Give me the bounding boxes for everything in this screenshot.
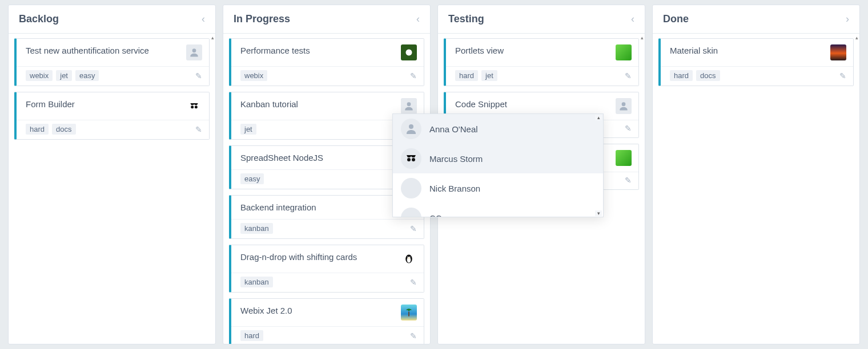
card-title: Backend integration bbox=[240, 201, 417, 213]
user-list[interactable]: Anna O'Neal Marcus Storm Nick Branson CC bbox=[393, 114, 603, 217]
column-title: Backlog bbox=[19, 13, 59, 25]
avatar-icon[interactable] bbox=[186, 98, 202, 114]
svg-point-2 bbox=[195, 105, 198, 108]
edit-icon[interactable]: ✎ bbox=[195, 125, 202, 134]
svg-point-11 bbox=[407, 158, 411, 161]
tag[interactable]: hard bbox=[26, 124, 49, 135]
avatar-icon[interactable] bbox=[616, 44, 632, 60]
tag-list: hard docs bbox=[26, 124, 76, 135]
card-title: Kanban tutorial bbox=[240, 98, 401, 110]
card[interactable]: Portlets view hard jet ✎ bbox=[444, 38, 639, 86]
edit-icon[interactable]: ✎ bbox=[410, 71, 417, 80]
tag[interactable]: hard bbox=[670, 70, 693, 81]
card[interactable]: Performance tests webix ✎ bbox=[229, 38, 424, 86]
edit-icon[interactable]: ✎ bbox=[625, 124, 632, 133]
card-title: Test new authentification service bbox=[26, 44, 186, 56]
tag[interactable]: webix bbox=[26, 70, 53, 81]
svg-point-10 bbox=[409, 124, 413, 129]
column-header[interactable]: Testing ‹ bbox=[438, 5, 645, 34]
svg-point-1 bbox=[191, 105, 194, 108]
edit-icon[interactable]: ✎ bbox=[410, 278, 417, 287]
card[interactable]: Material skin hard docs ✎ bbox=[658, 38, 854, 86]
user-option[interactable]: CC bbox=[393, 203, 603, 217]
tag[interactable]: hard bbox=[455, 70, 478, 81]
svg-point-0 bbox=[192, 48, 196, 52]
column-header[interactable]: Backlog ‹ bbox=[9, 5, 215, 34]
edit-icon[interactable]: ✎ bbox=[625, 71, 632, 80]
card-title: Drag-n-drop with shifting cards bbox=[240, 251, 401, 263]
user-option[interactable]: Marcus Storm bbox=[393, 144, 603, 173]
edit-icon[interactable]: ✎ bbox=[195, 71, 202, 80]
svg-point-3 bbox=[407, 102, 411, 106]
tag[interactable]: kanban bbox=[240, 223, 273, 234]
chevron-right-icon[interactable]: › bbox=[846, 13, 849, 25]
avatar-icon[interactable] bbox=[186, 44, 202, 60]
svg-point-9 bbox=[622, 102, 626, 106]
user-select-popup[interactable]: ▴ Anna O'Neal Marcus Storm Nick Brans bbox=[392, 113, 604, 217]
scroll-up-icon[interactable]: ▴ bbox=[595, 115, 602, 120]
column-header[interactable]: Done › bbox=[653, 5, 859, 34]
avatar-icon[interactable] bbox=[401, 98, 417, 114]
user-name: CC bbox=[429, 213, 442, 217]
column-testing: Testing ‹ ▴ Portlets view hard jet ✎ bbox=[437, 5, 645, 344]
svg-point-5 bbox=[407, 257, 411, 263]
tag[interactable]: docs bbox=[52, 124, 75, 135]
chevron-left-icon[interactable]: ‹ bbox=[416, 13, 420, 25]
avatar-icon bbox=[401, 119, 421, 139]
card[interactable]: Webix Jet 2.0 hard ✎ bbox=[229, 298, 424, 344]
column-backlog: Backlog ‹ ▴ Test new authentification se… bbox=[8, 5, 216, 344]
scroll-up-icon[interactable]: ▴ bbox=[211, 35, 214, 40]
tag[interactable]: jet bbox=[481, 70, 497, 81]
column-body[interactable]: ▴ Test new authentification service webi… bbox=[9, 34, 215, 344]
svg-point-12 bbox=[412, 158, 415, 161]
card-title: SpreadSheet NodeJS bbox=[240, 152, 417, 164]
card[interactable]: Drag-n-drop with shifting cards kanban ✎ bbox=[229, 245, 424, 293]
avatar-icon bbox=[401, 208, 421, 217]
column-body[interactable]: ▴ Material skin hard docs ✎ bbox=[653, 34, 859, 344]
card[interactable]: Test new authentification service webix … bbox=[14, 38, 210, 86]
user-option[interactable]: Anna O'Neal bbox=[393, 114, 603, 144]
user-name: Marcus Storm bbox=[429, 154, 483, 164]
kanban-board: Backlog ‹ ▴ Test new authentification se… bbox=[0, 0, 868, 349]
avatar-icon[interactable] bbox=[401, 305, 417, 320]
tag[interactable]: kanban bbox=[240, 277, 273, 287]
svg-rect-8 bbox=[408, 311, 409, 316]
card-title: Webix Jet 2.0 bbox=[240, 305, 401, 316]
svg-point-7 bbox=[409, 257, 411, 258]
column-title: Done bbox=[663, 13, 689, 25]
edit-icon[interactable]: ✎ bbox=[839, 71, 846, 80]
avatar-icon[interactable] bbox=[401, 44, 417, 60]
card[interactable]: Form Builder hard docs ✎ bbox=[14, 92, 210, 140]
avatar-icon[interactable] bbox=[830, 44, 846, 60]
column-done: Done › ▴ Material skin hard docs ✎ bbox=[652, 5, 860, 344]
svg-point-6 bbox=[407, 257, 408, 258]
avatar-icon[interactable] bbox=[616, 150, 632, 166]
column-title: In Progress bbox=[234, 13, 290, 25]
edit-icon[interactable]: ✎ bbox=[410, 224, 417, 233]
avatar-icon[interactable] bbox=[401, 251, 417, 267]
avatar-icon bbox=[401, 148, 421, 169]
chevron-left-icon[interactable]: ‹ bbox=[202, 13, 205, 25]
card-title: Portlets view bbox=[455, 44, 616, 56]
tag[interactable]: docs bbox=[696, 70, 720, 81]
card-title: Performance tests bbox=[240, 44, 401, 56]
column-title: Testing bbox=[448, 13, 484, 25]
tag[interactable]: jet bbox=[240, 124, 256, 135]
card-title: Material skin bbox=[670, 44, 830, 56]
scroll-up-icon[interactable]: ▴ bbox=[641, 35, 644, 40]
edit-icon[interactable]: ✎ bbox=[410, 331, 417, 340]
tag[interactable]: webix bbox=[240, 70, 267, 81]
tag[interactable]: hard bbox=[240, 330, 263, 341]
tag[interactable]: easy bbox=[75, 70, 99, 81]
chevron-left-icon[interactable]: ‹ bbox=[631, 13, 634, 25]
avatar-icon bbox=[401, 178, 421, 198]
scroll-down-icon[interactable]: ▾ bbox=[595, 210, 602, 216]
avatar-icon[interactable] bbox=[616, 98, 632, 114]
tag[interactable]: easy bbox=[240, 173, 264, 184]
scroll-up-icon[interactable]: ▴ bbox=[855, 35, 858, 40]
column-header[interactable]: In Progress ‹ bbox=[223, 5, 430, 34]
tag[interactable]: jet bbox=[56, 70, 72, 81]
card-title: Form Builder bbox=[26, 98, 186, 110]
user-option[interactable]: Nick Branson bbox=[393, 173, 603, 203]
edit-icon[interactable]: ✎ bbox=[625, 176, 632, 185]
